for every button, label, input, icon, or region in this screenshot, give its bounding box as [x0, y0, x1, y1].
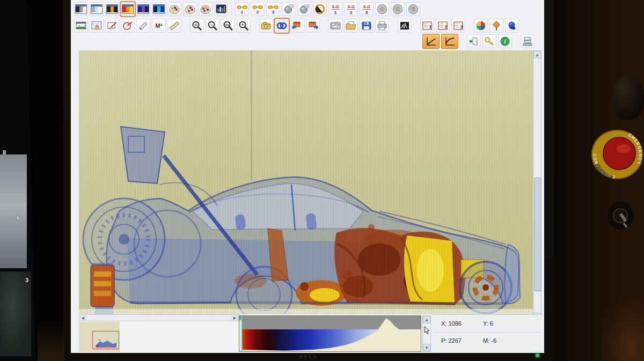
report-list-1-button[interactable]: 1 — [420, 19, 434, 33]
svg-text:2: 2 — [396, 6, 399, 12]
open-file-button[interactable] — [344, 19, 358, 33]
coin-preset-1-button[interactable]: 1 — [375, 2, 389, 16]
svg-text:+: + — [195, 23, 197, 27]
measure-area-button[interactable]: M² — [152, 19, 166, 33]
histogram-scroll-up[interactable]: ▲ — [423, 316, 430, 323]
left-neighbor-monitor: 8 6 3 — [0, 0, 38, 361]
desk-glow — [601, 298, 644, 361]
exit-door-button[interactable] — [467, 34, 481, 48]
lut-bluegray-button[interactable] — [90, 2, 104, 16]
monitor: 123A-Ω1A-Ω2A-Ω3123 M²+−▭123 i — [63, 0, 554, 361]
toolbar-row-palettes: 123A-Ω1A-Ω2A-Ω3123 — [74, 1, 420, 17]
lut-red-yellow-button[interactable] — [121, 2, 135, 16]
palette-mixed-button[interactable] — [199, 2, 213, 16]
mouse-cursor-icon — [423, 326, 430, 334]
material-inorganic-button[interactable] — [505, 19, 519, 33]
range-preset-1-button[interactable]: A-Ω1 — [328, 2, 342, 16]
snapshot-camera-button[interactable] — [259, 19, 273, 33]
eraser-knife-button[interactable] — [136, 19, 150, 33]
zoom-region-button[interactable] — [237, 19, 251, 33]
curve-log-button[interactable] — [441, 34, 458, 49]
svg-text:2: 2 — [445, 24, 448, 30]
coordinate-status-panel: X: 1086 Y: 6 P: 2267 M: -6 — [431, 314, 543, 352]
scroll-left-arrow[interactable]: ◀ — [79, 315, 86, 321]
histogram-tool-button[interactable] — [398, 19, 412, 33]
svg-text:3: 3 — [365, 10, 368, 15]
vertical-scroll-thumb[interactable] — [534, 178, 541, 291]
vertical-scrollbar[interactable]: ▲ ▼ — [533, 50, 541, 321]
pan-hand-button[interactable] — [90, 19, 104, 33]
lut-amber-black-button[interactable] — [105, 2, 119, 16]
glasses-preset-1-button[interactable]: 1 — [235, 2, 249, 16]
svg-text:1: 1 — [334, 10, 337, 15]
image-prev-button[interactable] — [290, 19, 304, 33]
right-wall: EMERGENCY EMERGENCY — [554, 0, 644, 361]
svg-text:A-Ω: A-Ω — [363, 5, 370, 9]
status-x: X: 1086 — [441, 320, 462, 327]
zoom-fit-button[interactable]: ▭ — [221, 19, 235, 33]
palette-cool-button[interactable] — [183, 2, 197, 16]
view-image-button[interactable] — [74, 19, 88, 33]
svg-text:M²: M² — [156, 23, 163, 29]
range-preset-3-button[interactable]: A-Ω3 — [360, 2, 374, 16]
scroll-up-arrow[interactable]: ▲ — [533, 51, 541, 58]
xray-car-image — [79, 50, 533, 314]
login-key-button[interactable] — [482, 34, 496, 48]
curve-linear-button[interactable] — [422, 34, 440, 49]
status-m: M: -6 — [483, 337, 496, 344]
gold-contrast-ring-button[interactable] — [313, 2, 327, 16]
neighbor-digit: 6 — [17, 215, 20, 221]
coin-preset-3-button[interactable]: 3 — [406, 2, 420, 16]
zoom-in-button[interactable]: + — [190, 19, 204, 33]
histogram-scroll-down[interactable]: ▼ — [423, 344, 430, 351]
report-list-3-button[interactable]: 3 — [451, 19, 465, 33]
toolbar-row-tools: M²+−▭123 — [74, 18, 519, 34]
glasses-preset-3-button[interactable]: 3 — [266, 2, 280, 16]
status-p: P: 2267 — [441, 337, 462, 344]
status-divider — [434, 332, 541, 333]
overview-thumbnail[interactable] — [92, 331, 119, 349]
floor-patch — [38, 321, 64, 361]
measure-ruler-button[interactable] — [167, 19, 181, 33]
draw-rect-region-button[interactable] — [105, 19, 119, 33]
scroll-right-arrow[interactable]: ▶ — [231, 315, 238, 321]
info-button[interactable]: i — [498, 34, 512, 48]
svg-text:3: 3 — [272, 10, 275, 14]
scanner-device-button[interactable] — [328, 19, 342, 33]
svg-text:2: 2 — [350, 10, 353, 15]
coin-preset-2-button[interactable]: 2 — [391, 2, 405, 16]
lut-violet-button[interactable] — [136, 2, 150, 16]
workstation-button[interactable] — [521, 34, 535, 48]
status-y: Y: 6 — [483, 320, 493, 327]
report-list-2-button[interactable]: 2 — [436, 19, 450, 33]
zoom-out-button[interactable]: − — [206, 19, 219, 33]
sphere-marker-1-button[interactable] — [282, 2, 296, 16]
svg-text:1: 1 — [380, 6, 384, 12]
scan-viewport[interactable] — [79, 50, 533, 314]
color-wheel-button[interactable] — [474, 19, 488, 33]
lut-cyan-blue-button[interactable] — [152, 2, 166, 16]
image-next-button[interactable] — [306, 19, 320, 33]
print-button[interactable] — [375, 19, 389, 33]
svg-text:A-Ω: A-Ω — [348, 5, 355, 9]
sphere-marker-2-button[interactable] — [297, 2, 311, 16]
link-rings-button[interactable] — [275, 19, 289, 33]
range-preset-2-button[interactable]: A-Ω2 — [344, 2, 358, 16]
neighbor-grayscale-image — [0, 154, 27, 268]
palette-warm-button[interactable] — [167, 2, 181, 16]
neighbor-digit: 3 — [25, 277, 28, 283]
key-switch — [605, 200, 635, 238]
save-file-button[interactable] — [360, 19, 374, 33]
lut-grayscale-button[interactable] — [74, 2, 88, 16]
draw-circle-region-button[interactable] — [121, 19, 135, 33]
svg-text:A-Ω: A-Ω — [332, 5, 339, 9]
svg-text:2: 2 — [257, 10, 259, 14]
glasses-preset-2-button[interactable]: 2 — [251, 2, 265, 16]
histogram-panel[interactable] — [239, 315, 421, 352]
pixel-screen-button[interactable] — [214, 2, 228, 16]
svg-text:3: 3 — [460, 24, 463, 30]
horizontal-scrollbar[interactable]: ◀ ▶ — [79, 314, 239, 321]
xray-app-window: 123A-Ω1A-Ω2A-Ω3123 M²+−▭123 i — [71, 0, 544, 353]
material-organic-button[interactable] — [489, 19, 503, 33]
alarm-dome — [612, 75, 644, 120]
